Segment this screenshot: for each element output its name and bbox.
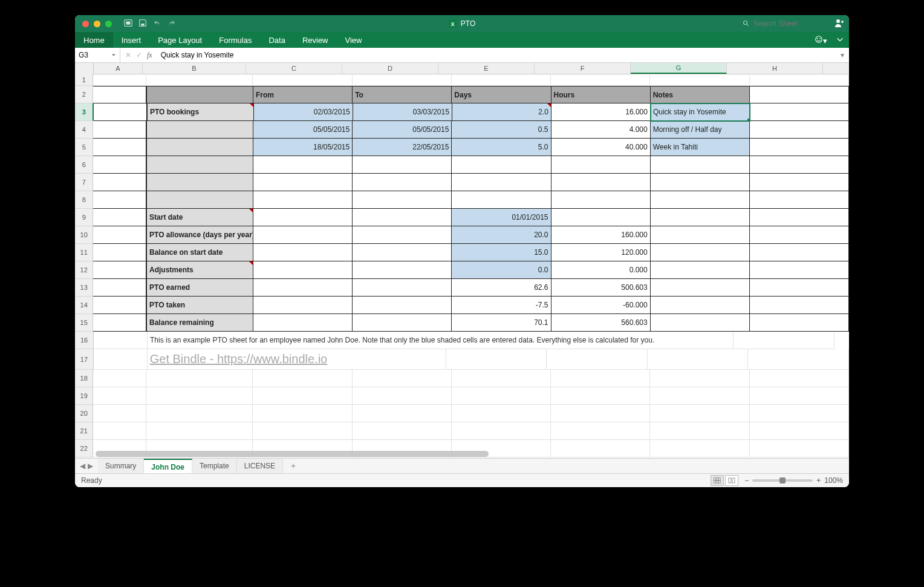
cell[interactable]	[253, 279, 353, 297]
row-header-21[interactable]: 21	[75, 422, 93, 440]
select-all-corner[interactable]	[75, 63, 94, 74]
cell[interactable]	[650, 405, 749, 422]
cell[interactable]	[93, 121, 146, 139]
search-input[interactable]	[752, 19, 827, 28]
cell[interactable]: Get Bindle - https://www.bindle.io	[148, 349, 446, 370]
cell[interactable]: PTO taken	[146, 297, 253, 314]
cell[interactable]: 5.0	[452, 139, 551, 156]
row-header-1[interactable]: 1	[75, 74, 93, 86]
cell[interactable]	[146, 86, 253, 103]
cell[interactable]	[551, 405, 650, 422]
row-header-14[interactable]: 14	[75, 297, 93, 314]
cell[interactable]	[253, 209, 353, 226]
row-header-3[interactable]: 3	[75, 103, 94, 121]
cell[interactable]	[551, 191, 651, 209]
cell[interactable]	[650, 422, 749, 440]
cell[interactable]	[750, 86, 849, 103]
cell[interactable]	[253, 226, 353, 244]
cell[interactable]	[353, 370, 452, 387]
col-header-G[interactable]: G	[631, 63, 727, 74]
ribbon-tab-review[interactable]: Review	[294, 32, 337, 48]
ribbon-tab-formulas[interactable]: Formulas	[210, 32, 260, 48]
share-icon[interactable]	[835, 18, 844, 30]
cell[interactable]: 4.000	[551, 121, 651, 139]
cell[interactable]: 0.000	[551, 261, 651, 279]
ribbon-tab-data[interactable]: Data	[260, 32, 293, 48]
row-header-15[interactable]: 15	[75, 314, 93, 332]
cell[interactable]	[651, 244, 750, 261]
cell[interactable]	[253, 156, 353, 174]
formula-input[interactable]: Quick stay in Yosemite	[157, 51, 836, 59]
cell[interactable]	[651, 297, 750, 314]
cell[interactable]: 62.6	[452, 279, 551, 297]
cell[interactable]	[452, 405, 551, 422]
row-header-8[interactable]: 8	[75, 191, 93, 209]
cell[interactable]	[452, 174, 551, 191]
cell[interactable]	[94, 103, 147, 121]
cell[interactable]: 18/05/2015	[253, 139, 353, 156]
cell[interactable]: Start date	[146, 209, 253, 226]
col-header-H[interactable]: H	[727, 63, 823, 74]
cell[interactable]: 05/05/2015	[353, 121, 452, 139]
cell[interactable]	[750, 139, 849, 156]
cell[interactable]	[750, 422, 849, 440]
cell[interactable]	[353, 156, 452, 174]
cell[interactable]: 20.0	[452, 226, 551, 244]
cell[interactable]	[93, 156, 146, 174]
cell[interactable]	[750, 209, 849, 226]
cell[interactable]	[750, 103, 849, 121]
cell[interactable]	[93, 405, 146, 422]
row-header-16[interactable]: 16	[75, 332, 94, 349]
cell[interactable]: Morning off / Half day	[651, 121, 750, 139]
cell[interactable]	[648, 349, 749, 370]
cell[interactable]: Days	[452, 86, 551, 103]
cell[interactable]	[750, 297, 849, 314]
cell[interactable]	[146, 139, 253, 156]
cell[interactable]	[750, 74, 849, 86]
cell[interactable]	[253, 297, 353, 314]
cell[interactable]	[748, 349, 849, 370]
next-sheet-icon[interactable]: ▶	[88, 462, 93, 470]
cell[interactable]	[551, 74, 650, 86]
cell[interactable]	[253, 387, 352, 405]
cell[interactable]	[253, 405, 352, 422]
row-header-19[interactable]: 19	[75, 387, 93, 405]
cell[interactable]	[651, 174, 750, 191]
ribbon-tab-insert[interactable]: Insert	[113, 32, 150, 48]
cell[interactable]	[93, 86, 146, 103]
ribbon-tab-home[interactable]: Home	[75, 32, 113, 48]
save-icon[interactable]	[138, 19, 147, 29]
row-header-20[interactable]: 20	[75, 405, 93, 422]
cell[interactable]	[650, 370, 749, 387]
cell[interactable]	[750, 314, 849, 332]
cell[interactable]	[452, 387, 551, 405]
zoom-out-button[interactable]: −	[744, 476, 749, 485]
cell[interactable]	[651, 191, 750, 209]
cell[interactable]	[146, 74, 253, 86]
cell[interactable]: PTO bookings	[147, 103, 254, 121]
cell[interactable]	[146, 156, 253, 174]
cell[interactable]	[551, 422, 650, 440]
cell[interactable]	[446, 349, 547, 370]
cell[interactable]	[93, 422, 146, 440]
cell[interactable]	[146, 422, 253, 440]
cell[interactable]	[353, 174, 452, 191]
cell[interactable]	[93, 191, 146, 209]
cell[interactable]: 0.0	[452, 261, 551, 279]
cell[interactable]: Hours	[551, 86, 651, 103]
col-header-B[interactable]: B	[143, 63, 246, 74]
row-header-5[interactable]: 5	[75, 139, 93, 156]
cell[interactable]	[253, 74, 352, 86]
spreadsheet-grid[interactable]: ABCDEFGH 12FromToDaysHoursNotes3PTO book…	[75, 63, 849, 458]
cell[interactable]: To	[353, 86, 452, 103]
sheet-tab-summary[interactable]: Summary	[98, 459, 144, 473]
cell[interactable]	[253, 261, 353, 279]
cell[interactable]: PTO earned	[146, 279, 253, 297]
cell[interactable]	[93, 297, 146, 314]
cell[interactable]	[93, 387, 146, 405]
ribbon-tab-page-layout[interactable]: Page Layout	[149, 32, 210, 48]
cell[interactable]: 0.5	[452, 121, 551, 139]
zoom-in-button[interactable]: +	[816, 476, 821, 485]
cell[interactable]: Balance on start date	[146, 244, 253, 261]
cell[interactable]: Notes	[651, 86, 750, 103]
